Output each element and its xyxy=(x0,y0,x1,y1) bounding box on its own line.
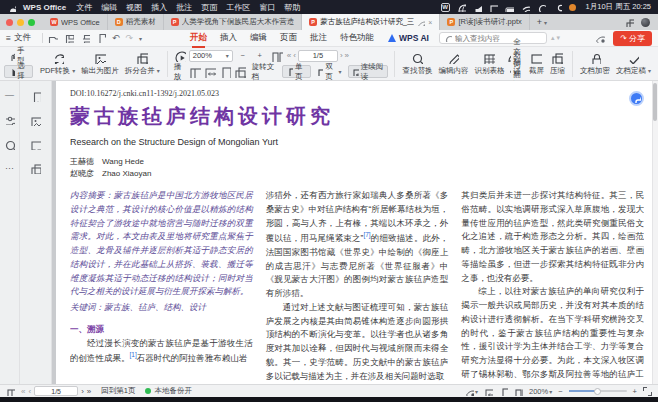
menu-item-page[interactable]: 页面 xyxy=(201,2,217,13)
encrypt-doc-button[interactable]: 文档加密 xyxy=(577,51,613,77)
battery-status-icon[interactable] xyxy=(505,3,514,12)
menu-app-name[interactable]: WPS Office xyxy=(23,3,66,12)
thumbnail-panel-icon[interactable] xyxy=(30,115,41,126)
play-label[interactable]: 播放 xyxy=(174,62,186,82)
account-avatar[interactable] xyxy=(641,18,650,27)
menu-item-comment[interactable]: 批注 xyxy=(176,2,192,13)
wps-ai-assistant-button[interactable] xyxy=(629,91,644,106)
recognize-table-button[interactable]: 识别表格 xyxy=(471,51,507,77)
toggle-sidebar-icon[interactable] xyxy=(6,387,15,396)
tab-list-icon[interactable] xyxy=(625,18,634,27)
menu-item-window[interactable]: 窗口 xyxy=(259,2,275,13)
status-first-page-button[interactable]: « xyxy=(21,387,25,396)
tab-yurt-research-active[interactable]: P 蒙古族毡庐结构设计研究_三 × xyxy=(302,14,440,30)
back-to-first-page-link[interactable]: 回到第1页 xyxy=(101,386,135,396)
prev-page-button[interactable]: ‹ xyxy=(293,51,296,60)
find-searchbox[interactable] xyxy=(439,32,547,44)
fullscreen-icon[interactable] xyxy=(643,387,652,396)
edit-content-button[interactable]: 编辑内容 xyxy=(435,51,471,77)
local-backup-status[interactable]: 本地备份开 xyxy=(145,386,192,396)
search-prev-next-icons[interactable]: ▴▾ xyxy=(551,34,562,42)
document-viewport[interactable]: DOI:10.16272/j.cnki.cn11-1392/j.2021.05.… xyxy=(52,81,658,384)
status-zoom-out-button[interactable]: − xyxy=(558,387,562,396)
monitor-status-icon[interactable] xyxy=(489,3,498,12)
zoom-slider-knob[interactable] xyxy=(594,388,601,395)
status-prev-page-button[interactable]: ‹ xyxy=(28,387,31,396)
status-zoom-dropdown[interactable]: 200% ▾ xyxy=(529,387,552,396)
tab-anthropology-doc[interactable]: P 人类学视角下侗族民居大木作营造 xyxy=(164,14,303,30)
sliders-icon[interactable] xyxy=(4,114,15,125)
compress-button[interactable]: 压缩 xyxy=(547,51,568,77)
single-page-view-button[interactable] xyxy=(499,387,508,396)
ribbon-tab-edit[interactable]: 编辑 xyxy=(250,30,267,46)
fit-width-button[interactable] xyxy=(484,387,493,396)
find-replace-button[interactable]: 查找替换 xyxy=(399,51,435,77)
export-image-button[interactable]: 输出为图片 xyxy=(78,51,122,77)
finalize-doc-button[interactable]: 文档定稿 ▾ xyxy=(613,51,654,77)
citation-ref[interactable]: [1] xyxy=(130,351,137,358)
info-icon[interactable] xyxy=(595,33,605,43)
menu-item-help[interactable]: 帮助 xyxy=(284,2,300,13)
double-page-button[interactable]: 双页 ▾ xyxy=(314,65,345,78)
zoom-slider[interactable] xyxy=(569,390,627,392)
zoom-dropdown[interactable]: 200% ▾ xyxy=(189,50,233,62)
status-last-page-button[interactable]: » xyxy=(87,387,91,396)
collapse-rail-icon[interactable]: — xyxy=(5,91,14,100)
rotate-left-icon[interactable] xyxy=(234,66,246,78)
reading-mode-icon[interactable] xyxy=(270,50,284,62)
play-button[interactable] xyxy=(174,50,186,62)
new-tab-button[interactable]: + ▾ xyxy=(530,14,554,30)
menu-item-workspace[interactable]: 工作区 xyxy=(226,2,250,13)
fit-width-icon[interactable] xyxy=(204,66,216,78)
more-tools-icon[interactable]: ··· xyxy=(5,164,14,173)
tab-reading-seminar-pptx[interactable]: P [R读]读书研讨.pptx xyxy=(440,14,529,30)
pages-panel-icon[interactable] xyxy=(30,163,41,174)
rail-search-icon[interactable] xyxy=(4,139,15,150)
first-page-button[interactable]: « xyxy=(287,51,291,60)
share-button[interactable]: ↷ 分享 xyxy=(613,31,652,46)
minimize-window-button[interactable] xyxy=(17,19,24,26)
actual-size-icon[interactable] xyxy=(219,66,231,78)
zoom-window-button[interactable] xyxy=(28,19,35,26)
file-menu-button[interactable]: ≡ 文件 xyxy=(6,32,31,44)
undo-icon[interactable]: ↶ xyxy=(112,33,120,43)
open-file-icon[interactable] xyxy=(48,33,58,43)
double-page-view-button[interactable] xyxy=(514,387,523,396)
quick-access-chevron-icon[interactable]: ▾ xyxy=(139,35,142,42)
search-input[interactable] xyxy=(455,34,542,43)
close-window-button[interactable] xyxy=(6,19,13,26)
ribbon-tab-insert[interactable]: 插入 xyxy=(220,30,237,46)
print-preview-icon[interactable] xyxy=(96,33,106,43)
ribbon-tab-page[interactable]: 页面 xyxy=(280,30,297,46)
wps-status-icon[interactable]: W xyxy=(441,3,450,12)
tab-ai-summary-icon[interactable] xyxy=(417,18,425,26)
tab-docer-assets[interactable]: D 稻壳素材 xyxy=(108,14,164,30)
globe-status-icon[interactable] xyxy=(457,3,466,12)
tab-wps-home[interactable]: W WPS Office xyxy=(43,14,108,30)
read-mode-button[interactable]: ▾ xyxy=(465,387,478,396)
menu-clock[interactable]: 1月10日 周五 20:25 xyxy=(586,2,651,12)
tab-close-icon[interactable]: × xyxy=(428,19,432,26)
print-icon[interactable] xyxy=(80,33,90,43)
status-zoom-in-button[interactable]: + xyxy=(633,387,637,396)
menu-item-file[interactable]: 文件 xyxy=(76,2,92,13)
comment-panel-icon[interactable] xyxy=(30,139,41,150)
screenshot-button[interactable]: 截屏 xyxy=(526,51,547,77)
last-page-button[interactable]: » xyxy=(345,51,349,60)
fit-page-icon[interactable] xyxy=(189,66,201,78)
wifi-status-icon[interactable] xyxy=(521,3,530,12)
menu-item-view[interactable]: 视图 xyxy=(126,2,142,13)
menu-item-insert[interactable]: 插入 xyxy=(151,2,167,13)
zoom-out-button[interactable]: − xyxy=(236,50,250,62)
spotlight-search-icon[interactable] xyxy=(537,3,546,12)
menu-item-edit[interactable]: 编辑 xyxy=(101,2,117,13)
wps-ai-button[interactable]: WPS AI xyxy=(388,33,429,43)
vertical-scrollbar[interactable] xyxy=(652,81,658,384)
bookmark-panel-icon[interactable] xyxy=(30,91,41,102)
page-indicator-input[interactable] xyxy=(298,50,338,62)
ribbon-tab-comment[interactable]: 批注 xyxy=(310,30,327,46)
redo-icon[interactable]: ↷ xyxy=(126,33,134,43)
ribbon-tab-home[interactable]: 开始 xyxy=(190,30,207,46)
status-next-page-button[interactable]: › xyxy=(81,387,84,396)
ribbon-tab-features[interactable]: 特色功能 xyxy=(340,30,374,46)
